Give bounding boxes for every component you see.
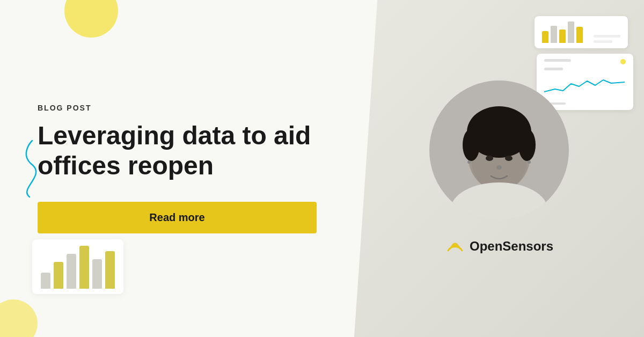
chart-bar-2: [54, 262, 63, 289]
page-container: BLOG POST Leveraging data to aid offices…: [0, 0, 644, 337]
chart-bar-1: [41, 273, 50, 289]
mini-bar-3: [559, 30, 566, 43]
dashboard-decoration-top: [535, 16, 628, 48]
svg-point-6: [463, 129, 480, 161]
chart-bar-4: [79, 246, 89, 289]
svg-point-10: [496, 165, 502, 170]
svg-point-7: [518, 129, 536, 161]
mini-bar-2: [551, 26, 557, 43]
chart-bar-3: [67, 254, 76, 289]
line-chart-svg: [544, 76, 625, 97]
svg-point-9: [505, 156, 513, 161]
svg-point-12: [467, 160, 471, 164]
line-chart-decoration: [537, 54, 633, 110]
chart-bar-5: [92, 259, 102, 289]
blog-label: BLOG POST: [38, 104, 317, 112]
logo-text: OpenSensors: [470, 239, 553, 254]
blog-title-line1: Leveraging data to aid: [38, 121, 311, 150]
blog-title-line2: offices reopen: [38, 151, 214, 180]
mini-bar-4: [568, 21, 574, 43]
mini-bar-1: [542, 31, 548, 43]
chart-bar-6: [105, 251, 115, 289]
logo-signal-icon: [445, 236, 465, 257]
svg-point-14: [453, 245, 456, 248]
read-more-button[interactable]: Read more: [38, 202, 317, 233]
logo-area: OpenSensors: [445, 236, 553, 257]
svg-point-13: [528, 160, 531, 164]
chart-decoration-left: [32, 239, 123, 294]
blog-title: Leveraging data to aid offices reopen: [38, 121, 317, 180]
person-portrait: [429, 80, 569, 220]
person-svg: [429, 80, 569, 220]
left-panel: BLOG POST Leveraging data to aid offices…: [0, 0, 354, 337]
right-panel: OpenSensors: [354, 0, 644, 337]
mini-bar-5: [576, 27, 583, 43]
svg-point-8: [486, 156, 493, 161]
